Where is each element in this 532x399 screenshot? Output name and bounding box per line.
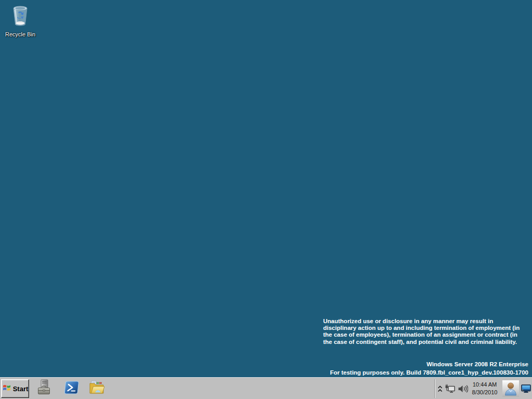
network-tray-button[interactable] xyxy=(445,384,456,394)
start-button-label: Start xyxy=(13,385,29,393)
start-button[interactable]: Start xyxy=(1,379,29,398)
powershell-icon xyxy=(63,379,79,398)
explorer-folder-icon xyxy=(88,379,105,398)
tray-clock[interactable]: 10:44 AM 8/30/2010 xyxy=(468,380,501,397)
legal-notice-watermark: Unauthorized use or disclosure in any ma… xyxy=(323,318,531,345)
clock-date: 8/30/2010 xyxy=(472,389,498,396)
desktop-icon-recycle-bin[interactable]: Recycle Bin xyxy=(0,3,41,38)
monitor-icon xyxy=(521,386,531,395)
notice-line: disciplinary action up to and including … xyxy=(323,325,531,331)
server-manager-icon xyxy=(36,379,53,398)
recycle-bin-icon xyxy=(10,3,30,28)
taskbar-item-powershell[interactable] xyxy=(63,380,79,397)
taskbar-item-server-manager[interactable] xyxy=(36,380,53,397)
taskbar: Start xyxy=(0,377,532,399)
tray-separator xyxy=(434,379,435,398)
clock-time: 10:44 AM xyxy=(473,381,497,389)
volume-tray-button[interactable] xyxy=(458,384,468,393)
notice-line: the case of contingent staff), and poten… xyxy=(323,339,531,345)
taskbar-item-windows-explorer[interactable] xyxy=(88,380,105,397)
build-watermark: Windows Server 2008 R2 Enterprise For te… xyxy=(269,361,528,377)
user-session-tile[interactable] xyxy=(502,380,519,397)
network-plug-icon xyxy=(445,387,456,395)
build-string: For testing purposes only. Build 7809.fb… xyxy=(269,369,528,377)
windows-flag-icon xyxy=(2,383,11,394)
chevron-up-icon xyxy=(437,385,443,394)
edition-label: Windows Server 2008 R2 Enterprise xyxy=(269,361,528,369)
show-hidden-icons-button[interactable] xyxy=(437,385,443,393)
recycle-bin-label: Recycle Bin xyxy=(5,31,35,37)
desktop-surface[interactable]: Recycle Bin Unauthorized use or disclosu… xyxy=(0,0,532,377)
user-bust-icon xyxy=(502,390,519,398)
display-tray-button[interactable] xyxy=(521,384,531,393)
notice-line: the case of employees), termination of a… xyxy=(323,331,531,338)
speaker-icon xyxy=(458,386,468,395)
notice-line: Unauthorized use or disclosure in any ma… xyxy=(323,318,531,325)
